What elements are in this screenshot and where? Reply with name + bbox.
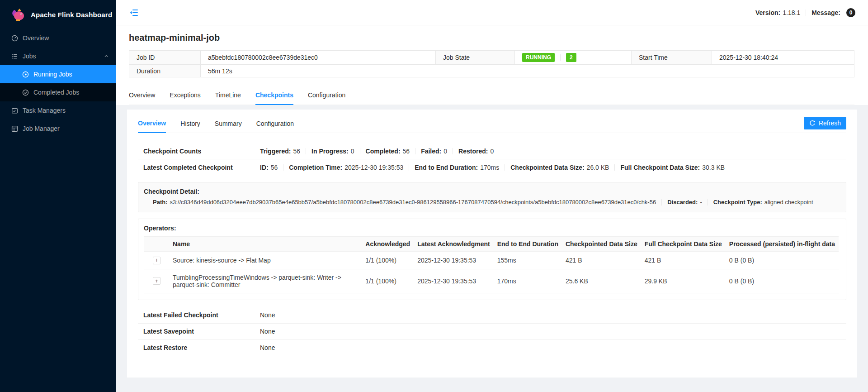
operator-full-size: 421 B (641, 252, 726, 269)
job-tab-bar: Overview Exceptions TimeLine Checkpoints… (129, 86, 854, 105)
latest-restore-label: Latest Restore (143, 344, 260, 351)
stat-key: Full Checkpoint Data Size: (620, 164, 700, 171)
refresh-button[interactable]: Refresh (804, 117, 846, 129)
tab-overview[interactable]: Overview (129, 86, 155, 105)
checkpoints-tab-bar: Overview History Summary Configuration R… (138, 116, 846, 133)
message-count-badge[interactable]: 0 (846, 8, 855, 17)
stat-key: End to End Duration: (415, 164, 478, 171)
app-logo[interactable]: Apache Flink Dashboard (0, 0, 116, 29)
col-checkpointed-size: Checkpointed Data Size (562, 237, 641, 252)
divider (453, 148, 453, 154)
subtab-history[interactable]: History (180, 116, 200, 133)
page-title: heatmap-minimal-job (129, 33, 854, 43)
latest-completed-label: Latest Completed Checkpoint (143, 164, 260, 171)
stat-key: ID: (260, 164, 269, 171)
refresh-label: Refresh (819, 120, 841, 127)
sidebar-item-running-jobs[interactable]: Running Jobs (0, 65, 116, 83)
tab-configuration[interactable]: Configuration (308, 86, 345, 105)
operator-full-size: 29.9 KB (641, 269, 726, 293)
stat-value: 30.3 KB (702, 164, 725, 171)
checkpoints-card: Overview History Summary Configuration R… (127, 110, 857, 378)
sidebar-item-label: Jobs (23, 53, 36, 60)
sidebar-item-label: Task Managers (23, 107, 66, 114)
job-state-value: RUNNING 2 (515, 51, 632, 65)
stat-value: 26.0 KB (587, 164, 609, 171)
sidebar-item-label: Running Jobs (33, 71, 72, 78)
expand-row-button[interactable]: + (153, 257, 160, 264)
stat-value: 2025-12-30 19:35:53 (344, 164, 403, 171)
latest-completed-row: Latest Completed Checkpoint ID:56 Comple… (138, 159, 846, 176)
tab-exceptions[interactable]: Exceptions (170, 86, 200, 105)
flink-squirrel-icon (10, 7, 25, 22)
divider (708, 199, 708, 206)
checkpoint-counts-stats: Triggered:56 In Progress:0 Completed:56 … (260, 148, 494, 155)
tab-timeline[interactable]: TimeLine (215, 86, 241, 105)
stat-in-progress: In Progress:0 (311, 148, 354, 155)
app-title: Apache Flink Dashboard (31, 11, 112, 19)
stat-value: 56 (403, 148, 410, 155)
stat-id: ID:56 (260, 164, 278, 171)
operator-name: TumblingProcessingTimeWindows -> parquet… (169, 269, 362, 293)
stat-key: Triggered: (260, 148, 291, 155)
checkpoint-detail-title: Checkpoint Detail: (144, 188, 839, 195)
schedule-icon (11, 107, 18, 114)
expand-row-button[interactable]: + (153, 277, 160, 285)
stat-checkpointed-size: Checkpointed Data Size:26.0 KB (510, 164, 609, 171)
stat-full-size: Full Checkpoint Data Size:30.3 KB (620, 164, 725, 171)
job-state-label: Job State (436, 51, 515, 65)
check-circle-icon (22, 89, 29, 96)
job-state-count-badge: 2 (566, 53, 576, 62)
stat-completed: Completed:56 (366, 148, 410, 155)
stat-value: - (700, 199, 702, 206)
sidebar-item-label: Overview (23, 34, 49, 42)
latest-savepoint-row: Latest Savepoint None (138, 324, 846, 340)
stat-key: In Progress: (311, 148, 349, 155)
latest-restore-value: None (260, 344, 275, 351)
sidebar-item-label: Completed Jobs (33, 89, 79, 96)
stat-discarded: Discarded:- (667, 199, 702, 206)
operator-inflight: 0 B (0 B) (726, 269, 839, 293)
stat-value: 0 (490, 148, 494, 155)
sidebar-item-label: Job Manager (23, 125, 60, 132)
sidebar-item-completed-jobs[interactable]: Completed Jobs (0, 83, 116, 101)
tab-checkpoints[interactable]: Checkpoints (255, 86, 293, 105)
divider (806, 10, 806, 16)
job-info-table: Job ID a5bebfdc180780002c8ee6739de31ec0 … (129, 50, 854, 77)
stat-value: 56 (271, 164, 278, 171)
operator-row: + Source: kinesis-source -> Flat Map 1/1… (144, 252, 839, 269)
sidebar-item-jobs[interactable]: Jobs (0, 47, 116, 65)
jobs-submenu: Running Jobs Completed Jobs (0, 65, 116, 101)
latest-restore-row: Latest Restore None (138, 340, 846, 356)
operator-latest-ack: 2025-12-30 19:35:53 (414, 252, 494, 269)
sidebar-item-task-managers[interactable]: Task Managers (0, 101, 116, 120)
deployment-icon (11, 125, 18, 132)
subtab-overview[interactable]: Overview (138, 116, 166, 133)
sidebar-item-job-manager[interactable]: Job Manager (0, 120, 116, 138)
stat-triggered: Triggered:56 (260, 148, 300, 155)
stat-value: 0 (443, 148, 447, 155)
subtab-summary[interactable]: Summary (215, 116, 242, 133)
stat-key: Discarded: (667, 199, 698, 206)
sidebar-collapse-icon[interactable] (128, 7, 140, 18)
latest-savepoint-label: Latest Savepoint (143, 328, 260, 335)
sidebar-menu: Overview Jobs Running Jobs (0, 29, 116, 392)
job-header-section: heatmap-minimal-job Job ID a5bebfdc18078… (116, 25, 868, 105)
sidebar-item-overview[interactable]: Overview (0, 29, 116, 47)
job-id-label: Job ID (129, 51, 201, 65)
latest-completed-stats: ID:56 Completion Time:2025-12-30 19:35:5… (260, 164, 725, 171)
divider (409, 164, 409, 171)
sidebar: Apache Flink Dashboard Overview Jobs (0, 0, 116, 392)
stat-path: Path:s3://c8346d49dd06d3204eee7db29037b6… (153, 199, 656, 206)
operators-table: Name Acknowledged Latest Acknowledgment … (144, 236, 839, 293)
stat-value: 56 (293, 148, 300, 155)
operator-row: + TumblingProcessingTimeWindows -> parqu… (144, 269, 839, 293)
col-e2e-duration: End to End Duration (494, 237, 562, 252)
operator-checkpointed-size: 421 B (562, 252, 641, 269)
col-inflight: Processed (persisted) in-flight data (726, 237, 839, 252)
play-circle-icon (22, 71, 29, 78)
sync-icon (809, 120, 816, 126)
checkpoints-overview-content: Checkpoint Counts Triggered:56 In Progre… (138, 143, 846, 356)
subtab-configuration[interactable]: Configuration (256, 116, 294, 133)
divider (661, 199, 662, 206)
app-layout: Apache Flink Dashboard Overview Jobs (0, 0, 868, 392)
